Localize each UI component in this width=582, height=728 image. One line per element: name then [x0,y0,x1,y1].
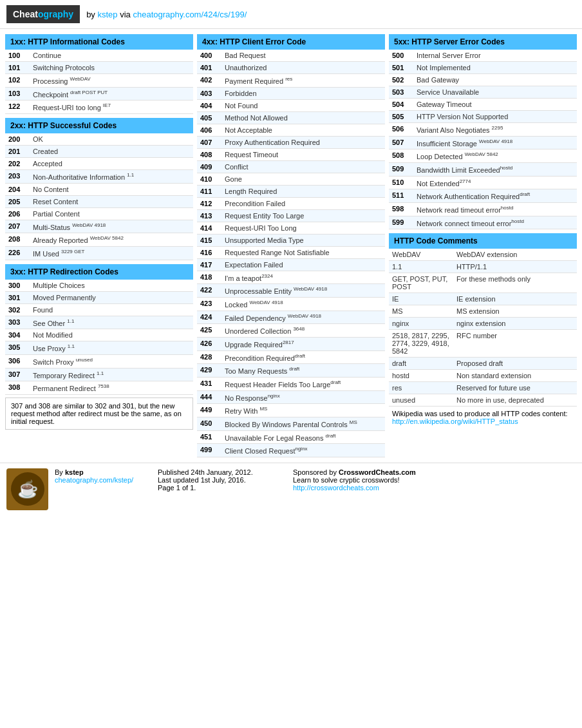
comments-table: WebDAV WebDAV extension 1.1 HTTP/1.1 GET… [389,249,577,407]
table-row: 408Request Timeout [197,148,385,160]
section-2xx: 2xx: HTTP Successful Codes 200OK 201Crea… [5,118,193,260]
table-row: 502Bad Gateway [389,74,577,86]
table-row: 509Bandwidth Limit Exceededhostd [389,162,577,176]
section-3xx: 3xx: HTTP Redirection Codes 300Multiple … [5,264,193,430]
table-row: 425Unordered Collection 3648 [197,324,385,338]
table-row: 423Locked WebDAV 4918 [197,297,385,311]
table-1xx: 100Continue 101Switching Protocols 102Pr… [5,50,193,114]
table-row: 506Variant Also Negotiates 2295 [389,123,577,137]
footer-sponsor: Sponsored by CrosswordCheats.com Learn t… [293,468,416,492]
table-row: 207Multi-Status WebDAV 4918 [5,220,193,233]
table-row: 508Loop Detected WebDAV 5842 [389,149,577,163]
table-row: 208Already Reported WebDAV 5842 [5,233,193,247]
section-1xx-header: 1xx: HTTP Informational Codes [5,34,193,50]
top-bar: Cheatography by kstep via cheatography.c… [0,0,582,29]
table-row: 305Use Proxy 1.1 [5,341,193,355]
table-row: 501Not Implemented [389,62,577,74]
table-row: 302Found [5,303,193,316]
section-3xx-header: 3xx: HTTP Redirection Codes [5,264,193,280]
table-row: 103Checkpoint draft POST PUT [5,87,193,101]
table-row: 405Method Not Allowed [197,111,385,124]
table-row: 426Upgrade Required2817 [197,337,385,350]
table-row: 416Requested Range Not Satisfiable [197,246,385,258]
comment-row: nginx nginx extension [389,318,577,330]
table-row: 303See Other 1.1 [5,316,193,329]
table-row: 411Length Required [197,185,385,197]
author-link[interactable]: kstep [98,10,118,19]
section-comments: HTTP Code Comments WebDAV WebDAV extensi… [389,233,577,428]
table-5xx: 500Internal Server Error 501Not Implemen… [389,50,577,229]
middle-column: 4xx: HTTP Client Error Code 400Bad Reque… [197,34,385,457]
footer-author: By kstep cheatography.com/kstep/ [55,468,151,484]
cheatography-link[interactable]: cheatography.com/424/cs/199/ [133,10,247,19]
header-text: by kstep via cheatography.com/424/cs/199… [86,10,247,19]
table-row: 204No Content [5,183,193,195]
table-row: 102Processing WebDAV [5,74,193,88]
table-row: 424Failed Dependency WebDAV 4918 [197,311,385,324]
table-2xx: 200OK 201Created 202Accepted 203Non-Auth… [5,133,193,260]
table-row: 450Blocked By Windows Parental Controls … [197,417,385,430]
section-5xx: 5xx: HTTP Server Error Codes 500Internal… [389,34,577,229]
table-row: 414Request-URI Too Long [197,222,385,234]
section-4xx-header: 4xx: HTTP Client Error Code [197,34,385,50]
table-row: 410Gone [197,173,385,185]
table-row: 505HTTP Version Not Supported [389,111,577,123]
table-row: 100Continue [5,50,193,62]
table-row: 205Reset Content [5,195,193,207]
table-3xx: 300Multiple Choices 301Moved Permanently… [5,280,193,395]
table-row: 206Partial Content [5,207,193,220]
table-row: 422Unprocessable Entity WebDAV 4918 [197,284,385,298]
section-2xx-header: 2xx: HTTP Successful Codes [5,118,193,133]
comment-row: res Reserved for future use [389,382,577,394]
footer: ☕ By kstep cheatography.com/kstep/ Publi… [0,463,582,515]
comment-row: GET, POST, PUT, POST For these methods o… [389,273,577,293]
table-row: 200OK [5,133,193,146]
comment-row: unused No more in use, deprecated [389,394,577,407]
table-row: 598Network read timeout errorhostd [389,202,577,216]
author-profile-link[interactable]: cheatography.com/kstep/ [55,476,133,484]
comments-header: HTTP Code Comments [389,233,577,249]
footer-meta: Published 24th January, 2012. Last updat… [158,468,286,492]
table-row: 413Request Entity Too Large [197,209,385,222]
table-row: 499Client Closed Requestnginx [197,444,385,457]
table-row: 304Not Modified [5,329,193,341]
table-row: 510Not Extended2774 [389,176,577,189]
table-row: 101Switching Protocols [5,62,193,74]
table-row: 402Payment Required res [197,74,385,88]
table-row: 412Precondition Failed [197,197,385,209]
table-row: 301Moved Permanently [5,291,193,303]
table-row: 428Precondition Requireddraft [197,350,385,364]
sponsor-link[interactable]: http://crosswordcheats.com [293,484,379,492]
table-row: 122Request-URI too long IE7 [5,101,193,114]
table-row: 418I'm a teapot2324 [197,271,385,284]
comment-row: WebDAV WebDAV extension [389,249,577,261]
table-row: 415Unsupported Media Type [197,234,385,246]
table-4xx: 400Bad Request 401Unauthorized 402Paymen… [197,50,385,457]
table-row: 503Service Unavailable [389,86,577,99]
table-row: 202Accepted [5,157,193,169]
table-row: 203Non-Authoritative Information 1.1 [5,169,193,183]
section-1xx: 1xx: HTTP Informational Codes 100Continu… [5,34,193,114]
table-row: 404Not Found [197,99,385,111]
redirect-note: 307 and 308 are similar to 302 and 301, … [5,398,193,430]
coffee-icon: ☕ [17,479,38,499]
table-row: 307Temporary Redirect 1.1 [5,368,193,381]
table-row: 500Internal Server Error [389,50,577,62]
comment-row: IE IE extension [389,293,577,305]
right-column: 5xx: HTTP Server Error Codes 500Internal… [389,34,577,457]
comment-row: MS MS extension [389,305,577,318]
table-row: 444No Responsenginx [197,390,385,404]
table-row: 504Gateway Timeout [389,99,577,111]
section-5xx-header: 5xx: HTTP Server Error Codes [389,34,577,50]
logo-box: Cheatography [6,5,80,23]
table-row: 409Conflict [197,160,385,173]
wiki-link[interactable]: http://en.wikipedia.org/wiki/HTTP_status [392,417,518,425]
table-row: 429Too Many Requests draft [197,364,385,378]
wiki-note: Wikipedia was used to produce all HTTP c… [389,407,577,428]
table-row: 308Permanent Redirect 7538 [5,381,193,395]
table-row: 451Unavailable For Legal Reasons draft [197,430,385,444]
table-row: 226IM Used 3229 GET [5,246,193,260]
comment-row: hostd Non standard extension [389,370,577,382]
main-content: 1xx: HTTP Informational Codes 100Continu… [0,29,582,463]
table-row: 306Switch Proxy unused [5,354,193,368]
